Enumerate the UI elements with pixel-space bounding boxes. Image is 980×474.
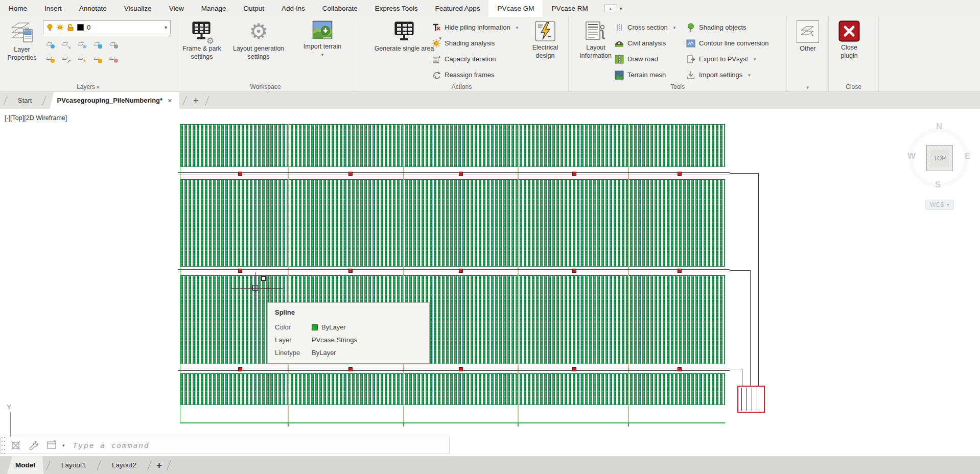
draw-road-icon (615, 55, 624, 64)
layer-isolate-icon[interactable]: ▱↘ (59, 37, 71, 50)
tooltip-linetype-value: ByLayer (312, 349, 336, 357)
wrench-icon[interactable] (28, 440, 39, 451)
export-to-pvsyst-button[interactable]: Export to PVsyst ▾ (686, 51, 769, 67)
menu-tab-featured-apps[interactable]: Featured Apps (427, 0, 489, 17)
layer-unisolate-icon[interactable]: ▱↗ (59, 52, 71, 64)
layer-unlock-icon[interactable]: ▱ (90, 52, 103, 64)
group-label-actions: Actions (355, 83, 568, 90)
other-button[interactable]: Other (796, 20, 820, 53)
cursor-settings-icon[interactable] (11, 440, 21, 451)
import-terrain-button[interactable]: Import terrain ▾ (293, 20, 352, 56)
tab-start[interactable]: Start (11, 92, 39, 109)
new-drawing-button[interactable]: + (190, 92, 202, 109)
menu-tab-pvcase-gm[interactable]: PVcase GM (488, 0, 543, 17)
viewcube-west[interactable]: W (907, 151, 916, 161)
viewport-controls-label[interactable]: [-][Top][2D Wireframe] (5, 114, 67, 122)
viewcube-south[interactable]: S (935, 180, 941, 190)
cable-run-2 (178, 269, 730, 272)
contour-line-conversion-button[interactable]: Contour line conversion (686, 35, 769, 51)
command-line-grip[interactable] (1, 437, 7, 454)
layer-color-swatch (77, 24, 84, 31)
layer-freeze-icon[interactable]: ▱❄ (75, 37, 87, 50)
import-settings-button[interactable]: Import settings ▾ (686, 67, 769, 83)
import-settings-label: Import settings (699, 71, 742, 79)
menu-tab-express-tools[interactable]: Express Tools (366, 0, 427, 17)
menu-tab-visualize[interactable]: Visualize (115, 0, 160, 17)
viewcube-top-face[interactable]: TOP (926, 145, 953, 171)
draw-road-button[interactable]: Draw road (615, 51, 675, 67)
pv-array-row-3 (180, 275, 725, 364)
layer-combo[interactable]: 0 ▾ (43, 20, 171, 34)
generate-single-area-button[interactable]: Generate single area ▾ (368, 20, 440, 53)
cross-section-button[interactable]: Cross section ▾ (615, 19, 675, 35)
group-label-layers[interactable]: Layers ▾ (0, 83, 176, 90)
chevron-down-icon[interactable]: ▾ (62, 443, 65, 448)
ribbon-collapse-icon: ▴ (604, 5, 617, 12)
menu-tab-annotate[interactable]: Annotate (71, 0, 115, 17)
shading-objects-label: Shading objects (699, 23, 746, 31)
wcs-selector[interactable]: WCS ▾ (925, 200, 954, 210)
shading-analysis-button[interactable]: Shading analysis (432, 35, 518, 51)
layer-lock-icon[interactable]: ▱ (90, 37, 103, 50)
tab-model[interactable]: Model (7, 456, 43, 474)
close-icon (838, 20, 860, 42)
layer-off-icon[interactable]: ▱ (43, 37, 55, 50)
shading-objects-button[interactable]: Shading objects (686, 19, 769, 35)
layer-delete-icon[interactable]: ▱ (106, 52, 119, 64)
chevron-down-icon[interactable]: ▾ (165, 25, 167, 30)
reassign-frames-button[interactable]: Reassign frames (432, 67, 518, 83)
viewcube-north[interactable]: N (936, 122, 942, 132)
menu-tab-collaborate[interactable]: Collaborate (314, 0, 366, 17)
civil-analysis-button[interactable]: Civil analysis (615, 35, 675, 51)
frame-park-settings-button[interactable]: ⚙ Frame & park settings (177, 20, 226, 61)
string-marker (238, 269, 242, 273)
array-column-divider (518, 124, 519, 423)
recent-commands-icon[interactable] (46, 440, 58, 451)
boundary-tick (518, 423, 519, 426)
layout-information-button[interactable]: Layout information (572, 20, 619, 60)
new-layout-button[interactable]: + (154, 456, 164, 474)
chevron-down-icon: ▾ (748, 73, 751, 78)
layer-on-icon[interactable]: ▱ (43, 52, 55, 64)
layer-thaw-icon[interactable]: ▱☀ (75, 52, 87, 64)
layer-walk-icon[interactable]: ▱ (106, 37, 119, 50)
ucs-y-axis-label: Y (7, 403, 11, 411)
import-terrain-label: Import terrain (304, 43, 341, 51)
tab-layout1[interactable]: Layout1 (53, 456, 94, 474)
tab-drawing-active[interactable]: PVcasegrouping_PileNumbering* × (50, 92, 179, 109)
civil-analysis-label: Civil analysis (627, 39, 666, 47)
layout-generation-settings-label: Layout generation settings (226, 45, 291, 61)
close-tab-icon[interactable]: × (168, 96, 172, 105)
menu-tab-home[interactable]: Home (0, 0, 36, 17)
command-input[interactable]: Type a command (73, 441, 150, 449)
group-label-other[interactable]: ▾ (787, 83, 828, 90)
menu-tab-pvcase-rm[interactable]: PVcase RM (543, 0, 596, 17)
tab-layout2[interactable]: Layout2 (104, 456, 145, 474)
tab-divider (167, 460, 171, 470)
drawing-viewport[interactable]: [-][Top][2D Wireframe] (0, 109, 980, 456)
capacity-iteration-label: Capacity iteration (445, 55, 496, 63)
menu-tab-addins[interactable]: Add-ins (273, 0, 314, 17)
pile-icon (432, 23, 441, 32)
viewcube[interactable]: N W E S TOP WCS ▾ (901, 116, 978, 214)
menu-tab-output[interactable]: Output (235, 0, 273, 17)
chevron-down-icon: ▾ (516, 25, 519, 30)
tab-divider (46, 460, 50, 470)
menu-bar: Home Insert Annotate Visualize View Mana… (0, 0, 980, 17)
viewcube-east[interactable]: E (965, 151, 970, 161)
ribbon-collapse-control[interactable]: ▴ ▾ (604, 0, 622, 17)
layers-icon (10, 20, 34, 44)
rollover-tooltip: Spline Color ByLayer Layer PVcase String… (267, 302, 430, 364)
hide-piling-information-button[interactable]: Hide piling information ▾ (432, 19, 518, 35)
menu-tab-view[interactable]: View (160, 0, 193, 17)
terrain-mesh-button[interactable]: Terrain mesh (615, 67, 675, 83)
close-plugin-button[interactable]: Close plugin (832, 20, 867, 60)
menu-tab-manage[interactable]: Manage (193, 0, 235, 17)
menu-tab-insert[interactable]: Insert (36, 0, 71, 17)
command-line[interactable]: ▾ Type a command (0, 437, 450, 454)
layout-generation-settings-button[interactable]: ⚙ Layout generation settings (226, 20, 291, 61)
layout-tab-bar: Model Layout1 Layout2 + (0, 456, 980, 474)
capacity-iteration-button[interactable]: Capacity iteration (432, 51, 518, 67)
electrical-design-button[interactable]: Electrical design (524, 20, 567, 60)
layer-properties-button[interactable]: Layer Properties (2, 20, 42, 62)
